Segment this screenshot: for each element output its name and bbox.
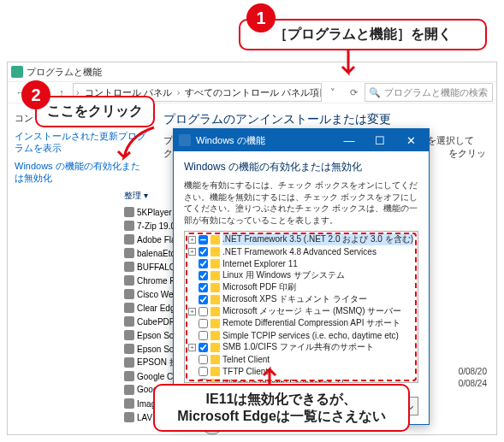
feature-item[interactable]: Internet Explorer 11 [188,257,414,269]
app-icon [124,412,134,422]
feature-item[interactable]: TFTP Client [188,365,414,377]
feature-label: Remote Differential Compression API サポート [222,317,400,329]
feature-label: Windows Identity Foundation 3.5 [222,379,347,384]
feature-checkbox[interactable] [199,235,208,245]
minimize-button[interactable]: — [336,132,362,149]
app-icon [124,275,134,286]
feature-item[interactable]: +SMB 1.0/CIFS ファイル共有のサポート [188,341,414,353]
feature-checkbox[interactable] [199,283,208,292]
feature-item[interactable]: Remote Differential Compression API サポート [188,317,414,329]
app-icon [124,385,134,395]
app-icon [124,330,134,340]
feature-checkbox[interactable] [199,355,208,364]
expander-icon[interactable]: + [188,236,196,244]
windows-icon [179,134,191,146]
wf-feature-tree[interactable]: +.NET Framework 3.5 (.NET 2.0 および 3.0 を含… [184,231,418,383]
program-name: Clear Edg [137,304,175,313]
app-icon [124,207,134,217]
app-icon [124,357,134,368]
cp-title: プログラムと機能 [27,66,102,79]
program-name: Cisco We [137,290,174,299]
refresh-icon[interactable]: ⟳ [344,83,363,102]
expander-icon[interactable]: + [188,344,196,351]
feature-item[interactable]: +.NET Framework 3.5 (.NET 2.0 および 3.0 を含… [188,233,414,245]
feature-checkbox[interactable] [199,295,208,304]
annotation-badge-1: 1 [246,3,276,32]
folder-icon [210,379,220,384]
chevron-right-icon: › [175,87,183,97]
feature-item[interactable]: Linux 用 Windows サブシステム [188,269,414,281]
search-icon: 🔍 [369,87,381,98]
feature-label: Telnet Client [222,355,270,364]
app-icon [124,234,134,245]
search-placeholder: プログラムと機能の検索 [384,86,488,99]
feature-item[interactable]: +.NET Framework 4.8 Advanced Services [188,245,414,257]
maximize-button[interactable]: ☐ [367,132,393,149]
program-name: 7-Zip 19.0 [137,221,175,231]
feature-checkbox[interactable] [199,343,208,352]
feature-checkbox[interactable] [199,307,208,316]
search-input[interactable]: 🔍 プログラムと機能の検索 [365,83,493,102]
annotation-bubble-3: IE11は無効化できるが、 Microsoft Edgeは一覧にさえない [153,384,410,432]
app-icon [124,221,134,231]
annotation-bubble-2: ここをクリック [35,96,155,127]
folder-icon [210,283,220,292]
chevron-down-icon[interactable]: ˅ [323,83,342,102]
feature-item[interactable]: Simple TCPIP services (i.e. echo, daytim… [188,329,414,341]
folder-icon [210,247,220,256]
feature-item[interactable]: Microsoft PDF 印刷 [188,281,414,293]
feature-checkbox[interactable] [199,367,208,376]
close-button[interactable]: ✕ [398,132,424,149]
date-column-fragment: 0/08/20 0/08/24 [459,366,487,390]
folder-icon [210,271,220,280]
feature-item[interactable]: Microsoft XPS ドキュメント ライター [188,293,414,305]
folder-icon [210,235,220,245]
folder-icon [210,319,220,328]
feature-label: SMB 1.0/CIFS ファイル共有のサポート [222,341,374,353]
expander-icon[interactable]: + [188,248,196,256]
app-icon [124,371,134,381]
feature-label: Microsoft PDF 印刷 [222,281,296,293]
feature-item[interactable]: +Microsoft メッセージ キュー (MSMQ) サーバー [188,305,414,317]
annotation-badge-2: 2 [21,80,50,109]
feature-checkbox[interactable] [199,271,208,280]
program-name: EPSON 接 [137,357,178,368]
feature-checkbox[interactable] [199,331,208,340]
app-icon [124,398,134,409]
folder-icon [210,343,220,352]
feature-checkbox[interactable] [199,259,208,268]
cp-titlebar: プログラムと機能 [8,62,496,81]
program-name: Epson Sof [137,345,176,354]
feature-label: .NET Framework 3.5 (.NET 2.0 および 3.0 を含む… [222,233,413,245]
program-name: Adobe Fla [137,235,176,245]
folder-icon [210,295,220,304]
crumb-1[interactable]: すべてのコントロール パネル項目 [182,86,322,99]
app-icon [124,344,134,354]
feature-label: Internet Explorer 11 [222,259,298,268]
feature-label: Simple TCPIP services (i.e. echo, daytim… [222,331,399,340]
feature-label: Microsoft XPS ドキュメント ライター [222,293,367,305]
expander-icon[interactable]: + [188,308,196,315]
app-icon [124,316,134,327]
feature-label: Linux 用 Windows サブシステム [222,269,345,281]
feature-label: .NET Framework 4.8 Advanced Services [222,247,377,256]
program-name: Google Ch [137,372,178,381]
feature-item[interactable]: Telnet Client [188,353,414,365]
feature-checkbox[interactable] [199,379,208,384]
app-icon [124,248,134,258]
windows-features-dialog: Windows の機能 — ☐ ✕ Windows の機能の有効化または無効化 … [173,128,430,425]
feature-item[interactable]: Windows Identity Foundation 3.5 [188,377,414,383]
program-name: LAV [137,413,152,422]
folder-icon [210,259,220,268]
arrow-icon [111,123,163,166]
feature-checkbox[interactable] [199,247,208,256]
wf-description: 機能を有効にするには、チェック ボックスをオンにしてください。機能を無効にするに… [184,180,418,226]
main-title: プログラムのアンインストールまたは変更 [163,112,486,127]
folder-icon [210,367,220,376]
app-icon [124,303,134,313]
program-name: BUFFALO [137,262,176,272]
program-name: Chrome R [137,276,176,286]
app-icon [124,289,134,299]
folder-icon [210,307,220,316]
feature-checkbox[interactable] [199,319,208,328]
